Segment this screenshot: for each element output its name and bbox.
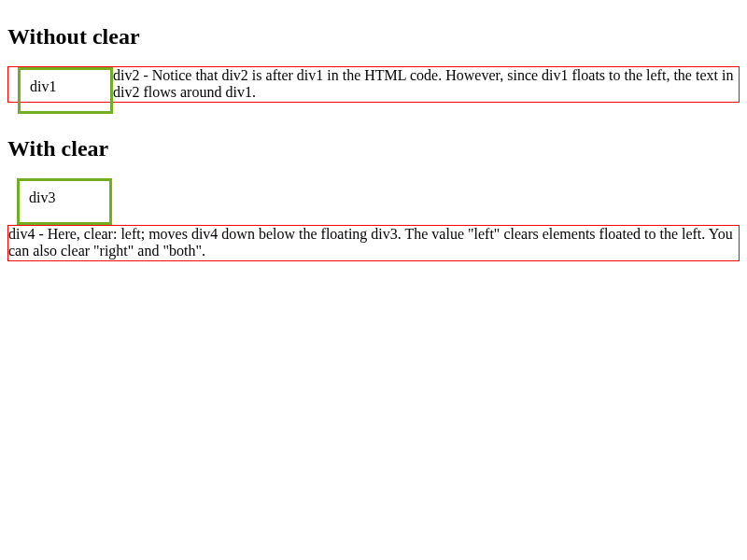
div3-box: div3: [17, 178, 112, 225]
heading-without-clear: Without clear: [7, 24, 740, 49]
div4-box: div4 - Here, clear: left; moves div4 dow…: [7, 225, 740, 261]
div2-text: div2 - Notice that div2 is after div1 in…: [113, 67, 733, 100]
heading-with-clear: With clear: [7, 136, 740, 161]
without-clear-container: div1 div2 - Notice that div2 is after di…: [7, 66, 740, 103]
div1-box: div1: [18, 67, 113, 114]
